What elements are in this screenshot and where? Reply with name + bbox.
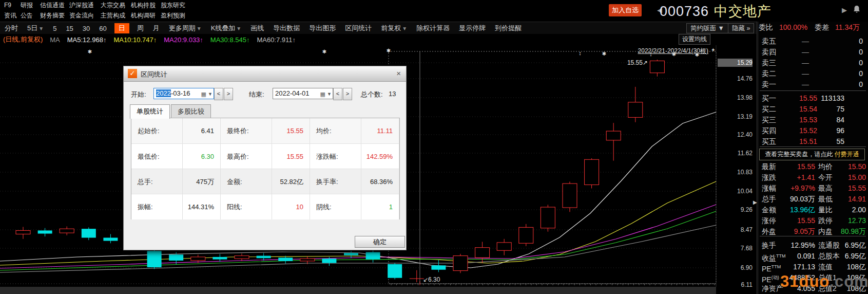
candle-21[interactable]: [475, 242, 490, 263]
toolbar-item-更多周期[interactable]: 更多周期▼: [169, 24, 202, 33]
full-orderbook-promo[interactable]: 查看完整买卖盘，请点此 付费开通: [759, 149, 865, 160]
tab-single-stock-stats[interactable]: 单股统计: [130, 104, 170, 119]
calendar-icon[interactable]: ▦: [320, 89, 325, 99]
toolbar-item-5日[interactable]: 5日▼: [27, 24, 44, 33]
candle-17[interactable]: [388, 263, 402, 280]
toolbar-item-导出数据[interactable]: 导出数据: [273, 24, 300, 33]
candle-1[interactable]: [38, 228, 52, 236]
candle-26[interactable]: [585, 158, 599, 189]
toolbar-item-画线[interactable]: 画线: [250, 24, 264, 33]
add-to-watchlist-button[interactable]: 加入自选: [609, 4, 642, 16]
toolbar-item-月[interactable]: 月: [153, 24, 160, 33]
end-date-input[interactable]: 2022-04-01 ▦ ▼: [273, 88, 333, 99]
stat-cell-value: 15.55: [272, 144, 310, 169]
nav-item-nav_row2-5[interactable]: 机构调研: [131, 10, 161, 21]
quote-panel: 查看完整买卖盘，请点此 付费开通 卖五—0卖四—0卖三—0卖二—0卖一—0买一1…: [759, 22, 868, 294]
candle-2[interactable]: [60, 226, 74, 235]
toolbar-item-日[interactable]: 日: [114, 23, 129, 33]
stat-cell-value: 6.30: [183, 144, 221, 169]
candle-20[interactable]: [453, 254, 468, 273]
nav-item-nav_row1-2[interactable]: 估值通道: [40, 0, 69, 10]
stat-cell-label: 起始价:: [131, 118, 183, 143]
y-axis-label-13.19: 13.19: [718, 113, 753, 121]
candle-16[interactable]: [366, 250, 380, 262]
next-stock-icon[interactable]: ▶: [842, 6, 847, 14]
y-axis-label-7.68: 7.68: [718, 244, 753, 252]
nav-item-nav_row2-6[interactable]: 盈利预测: [161, 10, 207, 21]
start-date-next-button[interactable]: >: [224, 88, 233, 100]
candle-10[interactable]: [235, 253, 249, 261]
close-icon[interactable]: ×: [396, 69, 401, 78]
stat-label: 涨停: [762, 215, 776, 226]
nav-item-nav_row2-1[interactable]: 公告: [21, 10, 40, 21]
toolbar-item-周[interactable]: 周: [137, 24, 144, 33]
toolbar-item-60[interactable]: 60: [99, 25, 106, 32]
toolbar-item-15[interactable]: 15: [66, 25, 73, 32]
candle-27[interactable]: [606, 123, 621, 161]
nav-item-nav_row1-6[interactable]: 股东研究: [161, 0, 207, 10]
toolbar-item-分时[interactable]: 分时: [5, 24, 18, 33]
watermark-brand: 31duo: [780, 272, 830, 290]
candle-18[interactable]: [410, 270, 424, 282]
candle-19[interactable]: [431, 260, 446, 272]
candle-12[interactable]: [278, 256, 293, 264]
calendar-icon[interactable]: ▦: [201, 89, 206, 99]
dialog-titlebar[interactable]: ✓ 区间统计 ×: [124, 66, 406, 82]
chevron-down-icon[interactable]: ▼: [208, 89, 213, 99]
y-axis-label-10.04: 10.04: [718, 187, 753, 195]
chevron-down-icon[interactable]: ▼: [327, 89, 332, 99]
toolbar-item-区间统计[interactable]: 区间统计: [345, 24, 372, 33]
nav-item-nav_row1-1[interactable]: 研报: [21, 0, 40, 10]
toolbar-item-5[interactable]: 5: [53, 25, 56, 32]
nav-item-nav_row2-3[interactable]: 资金流向: [69, 10, 101, 21]
bid-row-3: 买三15.5384: [761, 115, 866, 125]
bid-row-1: 买一15.55113133: [761, 93, 866, 104]
nav-item-nav_row1-4[interactable]: 大宗交易: [101, 0, 131, 10]
candle-29[interactable]: [650, 60, 664, 77]
promo-cta[interactable]: 付费开通: [835, 151, 859, 158]
toolbar-button-隐藏[interactable]: 隐藏 »: [728, 23, 754, 33]
start-date-input[interactable]: 2022-03-16 ▦ ▼: [153, 88, 214, 99]
stat-cell-label: 最低价:: [131, 144, 183, 169]
candle-28[interactable]: [628, 87, 643, 122]
candle-11[interactable]: [257, 253, 271, 261]
toolbar-button-简约版面[interactable]: 简约版面 ▼: [686, 23, 728, 33]
panel-collapse-icon[interactable]: ▶: [753, 199, 757, 205]
candle-24[interactable]: [541, 205, 555, 231]
toolbar-item-除权计算器[interactable]: 除权计算器: [416, 24, 450, 33]
toolbar-item-K线叠加[interactable]: K线叠加▼: [211, 24, 242, 33]
candle-0[interactable]: [16, 227, 30, 238]
weicha-value: 11.34万: [835, 23, 860, 31]
toolbar-item-到价提醒[interactable]: 到价提醒: [495, 24, 522, 33]
toolbar-item-30[interactable]: 30: [83, 25, 90, 32]
ma-settings-button[interactable]: 设置均线: [679, 34, 710, 45]
alert-bell-icon[interactable]: [853, 5, 860, 15]
candle-23[interactable]: [519, 224, 533, 246]
nav-item-nav_row1-0[interactable]: F9: [4, 0, 21, 10]
stat-row-7: 换手12.95%流通股6.95亿: [761, 240, 866, 251]
stat-label: 金额: [762, 205, 776, 215]
nav-item-nav_row1-5[interactable]: 机构持股: [131, 0, 161, 10]
stat-label: 今开: [818, 172, 833, 183]
candle-22[interactable]: [497, 239, 511, 255]
chart-bottom-strip: [0, 287, 716, 294]
candle-9[interactable]: [213, 254, 227, 262]
candle-4[interactable]: [103, 234, 118, 243]
nav-item-nav_row2-2[interactable]: 财务摘要: [40, 10, 69, 21]
start-date-prev-button[interactable]: <: [214, 88, 223, 100]
stat-cell-label: 换手率:: [310, 169, 361, 194]
end-date-prev-button[interactable]: <: [333, 88, 342, 100]
toolbar-item-前复权[interactable]: 前复权▼: [381, 24, 407, 33]
toolbar-item-显示停牌[interactable]: 显示停牌: [459, 24, 486, 33]
nav-item-nav_row2-0[interactable]: 资讯: [4, 10, 21, 21]
candle-6[interactable]: [147, 249, 162, 269]
tab-multi-stock-compare[interactable]: 多股比较: [171, 104, 211, 118]
ok-button[interactable]: 确定: [355, 236, 405, 248]
toolbar-item-导出图形[interactable]: 导出图形: [309, 24, 336, 33]
nav-item-nav_row2-4[interactable]: 主营构成: [101, 10, 131, 21]
candle-15[interactable]: [344, 251, 358, 258]
candle-3[interactable]: [82, 227, 96, 240]
nav-item-nav_row1-3[interactable]: 沪深股通: [69, 0, 101, 10]
candle-25[interactable]: [563, 181, 577, 212]
end-date-next-button[interactable]: >: [343, 88, 352, 100]
